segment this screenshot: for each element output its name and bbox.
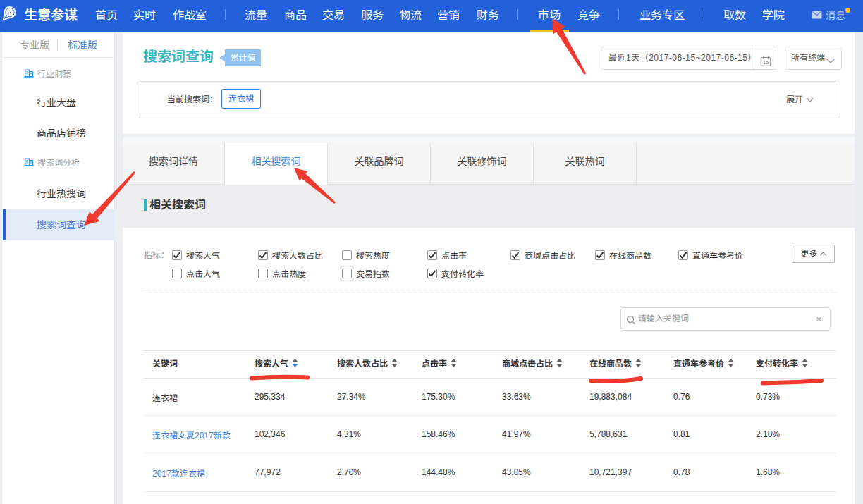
svg-text:15: 15 xyxy=(763,60,769,66)
